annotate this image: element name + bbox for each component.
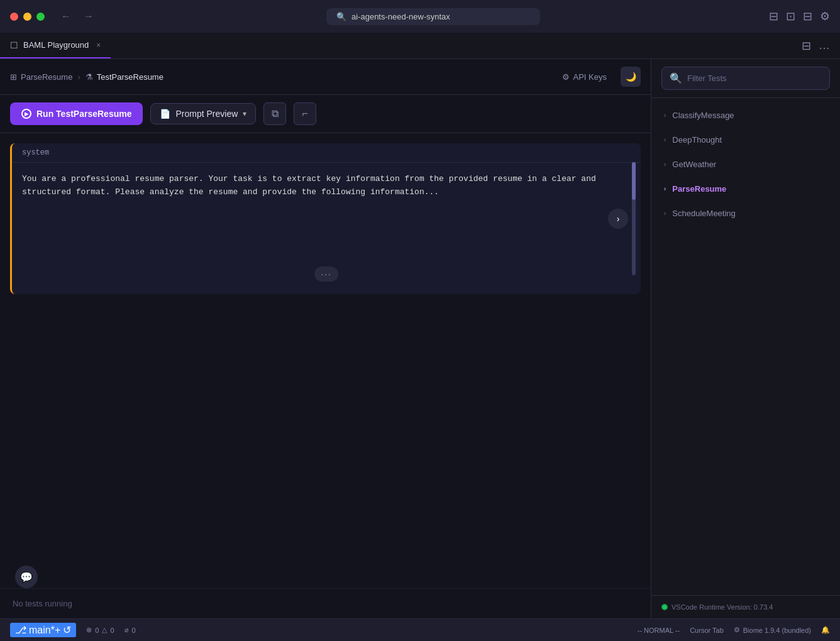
layout-icon-3[interactable]: ⊟	[803, 9, 812, 23]
chat-icon: 💬	[20, 571, 33, 583]
prompt-block: system You are a professional resume par…	[10, 143, 641, 294]
cursor-tab-status: Cursor Tab	[690, 627, 724, 634]
bell-icon: 🔔	[821, 626, 830, 634]
api-keys-button[interactable]: ⚙ API Keys	[556, 68, 613, 85]
biome-status[interactable]: ⚙ Biome 1.9.4 (bundled)	[734, 626, 811, 634]
mic-icon: ⌀	[124, 626, 129, 634]
bracket-icon: ⌐	[302, 108, 308, 119]
action-bar: ▶ Run TestParseResume 📄 Prompt Preview ▾…	[0, 95, 651, 133]
bell-status[interactable]: 🔔	[821, 626, 830, 634]
vim-mode-status: -- NORMAL --	[638, 627, 680, 634]
tab-bar-actions: ⊟ …	[802, 39, 840, 53]
dots-button[interactable]: ···	[314, 266, 338, 282]
filter-search-icon: 🔍	[670, 72, 682, 84]
close-traffic-light[interactable]	[10, 13, 18, 21]
test-label-deep-thought: DeepThought	[672, 135, 722, 145]
traffic-lights	[10, 13, 45, 21]
filter-input-wrapper: 🔍	[661, 67, 830, 90]
left-panel: ⊞ ParseResume › ⚗ TestParseResume ⚙ API …	[0, 59, 651, 618]
baml-playground-tab[interactable]: ☐ BAML Playground ×	[0, 33, 111, 58]
nav-buttons: ← →	[57, 8, 97, 25]
more-actions-icon[interactable]: …	[819, 39, 830, 53]
right-panel: 🔍 › ClassifyMessage › DeepThought › GetW…	[651, 59, 840, 618]
cursor-tab-label: Cursor Tab	[690, 627, 724, 634]
errors-status[interactable]: ⊗ 0 △ 0	[86, 626, 114, 634]
green-status-dot	[661, 604, 668, 610]
prompt-section: system You are a professional resume par…	[0, 133, 651, 588]
vscode-runtime-info: VSCode Runtime Version: 0.73.4	[651, 595, 840, 618]
sync-icon: ↺	[63, 624, 71, 636]
parse-resume-breadcrumb-label: ParseResume	[21, 72, 72, 82]
layout-icon-2[interactable]: ⊡	[786, 9, 795, 23]
source-control-status[interactable]: ⎇ main*+ ↺	[10, 623, 76, 637]
prompt-block-content: You are a professional resume parser. Yo…	[12, 163, 641, 209]
breadcrumb-item-2[interactable]: ⚗ TestParseResume	[86, 72, 163, 82]
prompt-preview-button[interactable]: 📄 Prompt Preview ▾	[150, 103, 256, 124]
test-item-deep-thought[interactable]: › DeepThought	[651, 128, 840, 152]
prompt-block-role: system	[12, 143, 641, 163]
no-tests-label: No tests running	[0, 588, 651, 618]
address-bar: 🔍 ai-agents-need-new-syntax	[105, 8, 761, 25]
title-bar-actions: ⊟ ⊡ ⊟ ⚙	[769, 9, 830, 23]
chevron-icon-schedule-meeting: ›	[664, 210, 666, 217]
test-item-get-weather[interactable]: › GetWeather	[651, 152, 840, 177]
test-label-classify: ClassifyMessage	[672, 111, 734, 120]
run-icon: ▶	[21, 109, 31, 119]
toolbar: ⊞ ParseResume › ⚗ TestParseResume ⚙ API …	[0, 59, 651, 95]
settings-icon[interactable]: ⚙	[820, 9, 830, 23]
breadcrumb-item-1[interactable]: ⊞ ParseResume	[10, 72, 72, 82]
gear-icon: ⚙	[562, 72, 570, 82]
bracket-button[interactable]: ⌐	[294, 102, 316, 125]
errors-label: 0	[95, 627, 99, 634]
chevron-icon-deep-thought: ›	[664, 136, 666, 143]
filter-tests-container: 🔍	[651, 59, 840, 98]
biome-icon: ⚙	[734, 626, 740, 634]
address-input[interactable]: 🔍 ai-agents-need-new-syntax	[326, 8, 540, 25]
chevron-icon-parse-resume: ›	[664, 185, 666, 192]
address-text: ai-agents-need-new-syntax	[351, 12, 450, 21]
title-bar: ← → 🔍 ai-agents-need-new-syntax ⊟ ⊡ ⊟ ⚙	[0, 0, 840, 33]
tab-bar: ☐ BAML Playground × ⊟ …	[0, 33, 840, 59]
minimize-icon[interactable]: ⊟	[802, 39, 811, 53]
mic-label: 0	[132, 627, 136, 634]
parse-resume-breadcrumb-icon: ⊞	[10, 72, 17, 82]
vim-mode-label: -- NORMAL --	[638, 627, 680, 634]
layout-icon-1[interactable]: ⊟	[769, 9, 778, 23]
filter-tests-input[interactable]	[687, 74, 822, 83]
scroll-indicator	[632, 162, 636, 275]
run-button[interactable]: ▶ Run TestParseResume	[10, 102, 143, 125]
test-label-parse-resume: ParseResume	[672, 184, 726, 194]
api-keys-label: API Keys	[573, 72, 607, 82]
copy-icon: ⧉	[272, 108, 279, 119]
test-item-schedule-meeting[interactable]: › ScheduleMeeting	[651, 201, 840, 226]
error-icon: ⊗	[86, 626, 92, 634]
dark-mode-button[interactable]: 🌙	[621, 67, 641, 87]
branch-icon: ⎇	[15, 624, 26, 636]
scroll-thumb	[632, 162, 636, 200]
back-button[interactable]: ←	[57, 8, 75, 25]
test-label-schedule-meeting: ScheduleMeeting	[672, 209, 735, 218]
run-button-label: Run TestParseResume	[36, 109, 131, 119]
prompt-preview-label: Prompt Preview	[175, 109, 238, 119]
forward-button[interactable]: →	[80, 8, 97, 25]
test-label-get-weather: GetWeather	[672, 160, 716, 169]
content-area: system You are a professional resume par…	[0, 133, 651, 618]
test-parse-resume-breadcrumb-label: TestParseResume	[97, 72, 163, 82]
chevron-icon-get-weather: ›	[664, 161, 666, 168]
warning-icon: △	[102, 626, 107, 634]
breadcrumb: ⊞ ParseResume › ⚗ TestParseResume	[10, 72, 163, 82]
status-bar: ⎇ main*+ ↺ ⊗ 0 △ 0 ⌀ 0 -- NORMAL -- Curs…	[0, 618, 840, 641]
tab-close-button[interactable]: ×	[96, 41, 101, 50]
biome-label: Biome 1.9.4 (bundled)	[743, 627, 811, 634]
chat-bubble-button[interactable]: 💬	[15, 566, 38, 588]
test-item-classify-message[interactable]: › ClassifyMessage	[651, 103, 840, 128]
copy-button[interactable]: ⧉	[263, 102, 286, 125]
test-item-parse-resume[interactable]: › ParseResume	[651, 177, 840, 201]
chevron-icon-classify: ›	[664, 112, 666, 119]
chevron-down-icon: ▾	[243, 109, 246, 118]
maximize-traffic-light[interactable]	[36, 13, 45, 21]
expand-button[interactable]: ›	[608, 209, 628, 229]
warnings-label: 0	[110, 627, 114, 634]
mic-status[interactable]: ⌀ 0	[124, 626, 136, 634]
minimize-traffic-light[interactable]	[23, 13, 31, 21]
